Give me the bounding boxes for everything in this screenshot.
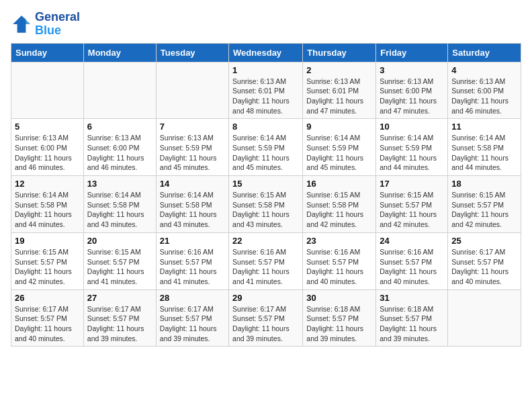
day-info: Sunrise: 6:16 AMSunset: 5:57 PMDaylight:…: [232, 247, 299, 287]
calendar-cell: 2Sunrise: 6:13 AMSunset: 6:01 PMDaylight…: [303, 62, 376, 119]
weekday-header-row: SundayMondayTuesdayWednesdayThursdayFrid…: [11, 43, 521, 62]
day-number: 15: [232, 179, 299, 189]
calendar-cell: 30Sunrise: 6:18 AMSunset: 5:57 PMDayligh…: [303, 289, 376, 347]
day-info: Sunrise: 6:14 AMSunset: 5:58 PMDaylight:…: [87, 190, 152, 230]
day-info: Sunrise: 6:14 AMSunset: 5:59 PMDaylight:…: [306, 133, 372, 173]
calendar-table: SundayMondayTuesdayWednesdayThursdayFrid…: [11, 43, 521, 347]
calendar-cell: 15Sunrise: 6:15 AMSunset: 5:58 PMDayligh…: [229, 176, 303, 233]
day-info: Sunrise: 6:14 AMSunset: 5:59 PMDaylight:…: [232, 133, 299, 173]
day-info: Sunrise: 6:17 AMSunset: 5:57 PMDaylight:…: [160, 304, 225, 344]
calendar-cell: 10Sunrise: 6:14 AMSunset: 5:59 PMDayligh…: [376, 119, 448, 176]
day-number: 6: [87, 122, 152, 132]
day-info: Sunrise: 6:17 AMSunset: 5:57 PMDaylight:…: [451, 247, 517, 287]
calendar-cell: 26Sunrise: 6:17 AMSunset: 5:57 PMDayligh…: [11, 289, 84, 347]
page-header: General Blue: [11, 11, 521, 38]
weekday-header-monday: Monday: [83, 43, 156, 62]
day-number: 7: [160, 122, 225, 132]
calendar-week-5: 26Sunrise: 6:17 AMSunset: 5:57 PMDayligh…: [11, 289, 521, 347]
logo-text: General Blue: [35, 11, 80, 38]
day-info: Sunrise: 6:17 AMSunset: 5:57 PMDaylight:…: [232, 304, 299, 344]
calendar-cell: 22Sunrise: 6:16 AMSunset: 5:57 PMDayligh…: [229, 232, 303, 289]
calendar-cell: [448, 289, 521, 347]
calendar-cell: [83, 62, 156, 119]
day-info: Sunrise: 6:15 AMSunset: 5:57 PMDaylight:…: [87, 247, 152, 287]
weekday-header-sunday: Sunday: [11, 43, 84, 62]
day-info: Sunrise: 6:13 AMSunset: 6:00 PMDaylight:…: [451, 77, 517, 116]
day-number: 29: [232, 293, 299, 303]
calendar-cell: 19Sunrise: 6:15 AMSunset: 5:57 PMDayligh…: [11, 232, 84, 289]
day-number: 25: [451, 236, 517, 246]
calendar-cell: 25Sunrise: 6:17 AMSunset: 5:57 PMDayligh…: [448, 232, 521, 289]
calendar-cell: 16Sunrise: 6:15 AMSunset: 5:58 PMDayligh…: [303, 176, 376, 233]
day-info: Sunrise: 6:15 AMSunset: 5:57 PMDaylight:…: [15, 247, 80, 287]
day-info: Sunrise: 6:14 AMSunset: 5:58 PMDaylight:…: [451, 133, 517, 173]
day-number: 24: [380, 236, 444, 246]
day-number: 10: [380, 122, 444, 132]
day-number: 19: [15, 236, 80, 246]
day-info: Sunrise: 6:14 AMSunset: 5:58 PMDaylight:…: [160, 190, 225, 230]
day-info: Sunrise: 6:15 AMSunset: 5:57 PMDaylight:…: [380, 190, 444, 230]
calendar-cell: [156, 62, 228, 119]
day-info: Sunrise: 6:13 AMSunset: 6:00 PMDaylight:…: [15, 133, 80, 173]
day-info: Sunrise: 6:15 AMSunset: 5:58 PMDaylight:…: [232, 190, 299, 230]
calendar-cell: 9Sunrise: 6:14 AMSunset: 5:59 PMDaylight…: [303, 119, 376, 176]
day-number: 31: [380, 293, 444, 303]
day-number: 13: [87, 179, 152, 189]
day-number: 23: [306, 236, 372, 246]
day-number: 5: [15, 122, 80, 132]
calendar-cell: 4Sunrise: 6:13 AMSunset: 6:00 PMDaylight…: [448, 62, 521, 119]
logo: General Blue: [11, 11, 80, 38]
calendar-cell: 23Sunrise: 6:16 AMSunset: 5:57 PMDayligh…: [303, 232, 376, 289]
day-number: 11: [451, 122, 517, 132]
day-info: Sunrise: 6:16 AMSunset: 5:57 PMDaylight:…: [306, 247, 372, 287]
day-number: 27: [87, 293, 152, 303]
day-info: Sunrise: 6:18 AMSunset: 5:57 PMDaylight:…: [306, 304, 372, 344]
day-number: 28: [160, 293, 225, 303]
weekday-header-wednesday: Wednesday: [229, 43, 303, 62]
day-info: Sunrise: 6:15 AMSunset: 5:57 PMDaylight:…: [451, 190, 517, 230]
day-number: 17: [380, 179, 444, 189]
calendar-cell: 27Sunrise: 6:17 AMSunset: 5:57 PMDayligh…: [83, 289, 156, 347]
day-number: 8: [232, 122, 299, 132]
day-number: 18: [451, 179, 517, 189]
day-number: 22: [232, 236, 299, 246]
calendar-cell: 14Sunrise: 6:14 AMSunset: 5:58 PMDayligh…: [156, 176, 228, 233]
day-info: Sunrise: 6:14 AMSunset: 5:59 PMDaylight:…: [380, 133, 444, 173]
day-number: 2: [306, 65, 372, 75]
day-info: Sunrise: 6:16 AMSunset: 5:57 PMDaylight:…: [160, 247, 225, 287]
calendar-cell: 29Sunrise: 6:17 AMSunset: 5:57 PMDayligh…: [229, 289, 303, 347]
day-number: 9: [306, 122, 372, 132]
day-number: 12: [15, 179, 80, 189]
day-number: 26: [15, 293, 80, 303]
day-number: 20: [87, 236, 152, 246]
calendar-cell: 17Sunrise: 6:15 AMSunset: 5:57 PMDayligh…: [376, 176, 448, 233]
weekday-header-thursday: Thursday: [303, 43, 376, 62]
day-number: 14: [160, 179, 225, 189]
day-number: 30: [306, 293, 372, 303]
logo-icon: [11, 13, 32, 35]
day-info: Sunrise: 6:13 AMSunset: 6:00 PMDaylight:…: [380, 77, 444, 116]
calendar-cell: 24Sunrise: 6:16 AMSunset: 5:57 PMDayligh…: [376, 232, 448, 289]
calendar-cell: [11, 62, 84, 119]
calendar-week-3: 12Sunrise: 6:14 AMSunset: 5:58 PMDayligh…: [11, 176, 521, 233]
day-info: Sunrise: 6:15 AMSunset: 5:58 PMDaylight:…: [306, 190, 372, 230]
calendar-week-2: 5Sunrise: 6:13 AMSunset: 6:00 PMDaylight…: [11, 119, 521, 176]
calendar-cell: 8Sunrise: 6:14 AMSunset: 5:59 PMDaylight…: [229, 119, 303, 176]
calendar-cell: 18Sunrise: 6:15 AMSunset: 5:57 PMDayligh…: [448, 176, 521, 233]
calendar-cell: 5Sunrise: 6:13 AMSunset: 6:00 PMDaylight…: [11, 119, 84, 176]
calendar-cell: 20Sunrise: 6:15 AMSunset: 5:57 PMDayligh…: [83, 232, 156, 289]
calendar-cell: 13Sunrise: 6:14 AMSunset: 5:58 PMDayligh…: [83, 176, 156, 233]
calendar-cell: 6Sunrise: 6:13 AMSunset: 6:00 PMDaylight…: [83, 119, 156, 176]
calendar-cell: 7Sunrise: 6:13 AMSunset: 5:59 PMDaylight…: [156, 119, 228, 176]
weekday-header-friday: Friday: [376, 43, 448, 62]
day-info: Sunrise: 6:14 AMSunset: 5:58 PMDaylight:…: [15, 190, 80, 230]
calendar-week-4: 19Sunrise: 6:15 AMSunset: 5:57 PMDayligh…: [11, 232, 521, 289]
calendar-cell: 28Sunrise: 6:17 AMSunset: 5:57 PMDayligh…: [156, 289, 228, 347]
day-number: 3: [380, 65, 444, 75]
day-info: Sunrise: 6:17 AMSunset: 5:57 PMDaylight:…: [87, 304, 152, 344]
day-number: 16: [306, 179, 372, 189]
calendar-cell: 31Sunrise: 6:18 AMSunset: 5:57 PMDayligh…: [376, 289, 448, 347]
calendar-cell: 12Sunrise: 6:14 AMSunset: 5:58 PMDayligh…: [11, 176, 84, 233]
calendar-cell: 3Sunrise: 6:13 AMSunset: 6:00 PMDaylight…: [376, 62, 448, 119]
day-number: 21: [160, 236, 225, 246]
